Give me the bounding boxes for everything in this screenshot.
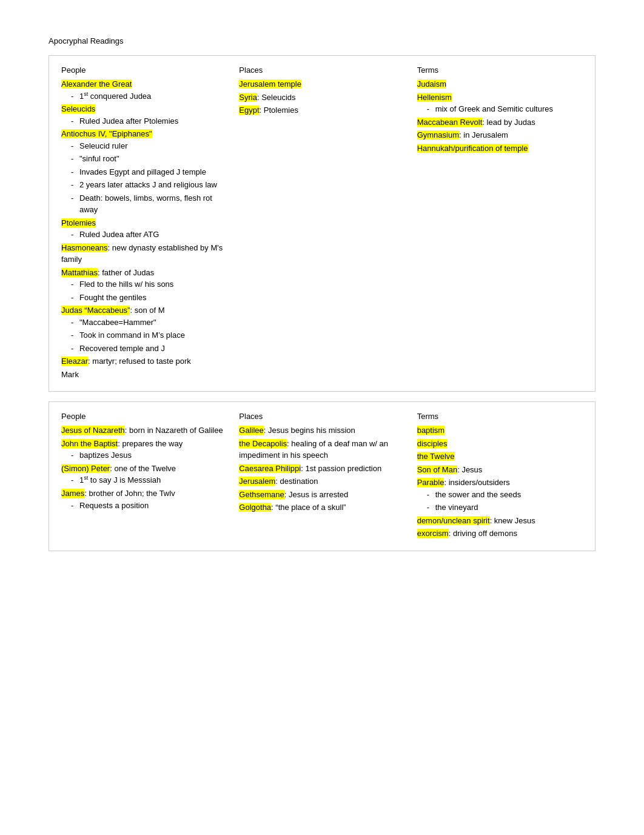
column-3: TermsJudaismHellenismmix of Greek and Se… [411, 62, 589, 385]
sub-list-item: 1st conquered Judea [71, 90, 227, 102]
list-item: Hellenismmix of Greek and Semitic cultur… [417, 92, 583, 115]
column-header: People [61, 412, 227, 421]
list-item: Syria: Seleucids [239, 92, 404, 104]
list-item: John the Baptist: prepares the waybaptiz… [61, 438, 227, 461]
sub-list-item: Fought the gentiles [71, 292, 227, 304]
column-2: PlacesJerusalem templeSyria: SeleucidsEg… [233, 62, 411, 385]
sub-list-item: "Maccabee=Hammer" [71, 317, 227, 329]
list-item: Maccabean Revolt: lead by Judas [417, 116, 583, 129]
section-2: PeopleJesus of Nazareth: born in Nazaret… [49, 401, 595, 551]
list-item: Judaism [417, 78, 583, 90]
sub-list-item: Took in command in M’s place [71, 329, 227, 341]
sub-list-item: mix of Greek and Semitic cultures [427, 103, 583, 115]
list-item: Judas “Maccabeus”: son of M"Maccabee=Ham… [61, 304, 227, 354]
list-item: Galilee: Jesus begins his mission [239, 424, 404, 437]
column-1: PeopleJesus of Nazareth: born in Nazaret… [55, 408, 233, 545]
list-item: Gymnasium: in Jerusalem [417, 129, 583, 141]
list-item: the Decapolis: healing of a deaf man w/ … [239, 438, 404, 461]
column-2: PlacesGalilee: Jesus begins his missiont… [233, 408, 411, 545]
section-1: PeopleAlexander the Great1st conquered J… [49, 55, 595, 392]
list-item: Golgotha: “the place of a skull” [239, 501, 404, 514]
list-item: exorcism: driving off demons [417, 528, 583, 540]
column-header: Places [239, 412, 404, 421]
sub-list-item: the vineyard [427, 501, 583, 514]
list-item: the Twelve [417, 451, 583, 463]
list-item: Antiochus IV, "Epiphanes"Seleucid ruler"… [61, 128, 227, 216]
list-item: Hannukah/purification of temple [417, 143, 583, 155]
list-item: Jesus of Nazareth: born in Nazareth of G… [61, 424, 227, 437]
column-header: Places [239, 65, 404, 75]
list-item: Eleazar: martyr; refused to taste pork [61, 355, 227, 367]
sub-list-item: Death: bowels, limbs, worms, flesh rot a… [71, 192, 227, 216]
list-item: James: brother of John; the TwlvRequests… [61, 488, 227, 511]
list-item: Egypt: Ptolemies [239, 104, 404, 116]
list-item: demon/unclean spirit: knew Jesus [417, 515, 583, 527]
list-item: (Simon) Peter: one of the Twelve1st to s… [61, 463, 227, 486]
column-header: Terms [417, 412, 583, 421]
sub-list-item: 2 years later attacks J and religious la… [71, 179, 227, 191]
list-item: Gethsemane: Jesus is arrested [239, 489, 404, 501]
sub-list-item: Invades Egypt and pillaged J temple [71, 166, 227, 178]
sub-list-item: Requests a position [71, 500, 227, 512]
sub-list-item: Fled to the hills w/ his sons [71, 278, 227, 290]
sub-list-item: "sinful root" [71, 153, 227, 165]
sub-list-item: Seleucid ruler [71, 140, 227, 152]
list-item: Caesarea Philippi: 1st passion predictio… [239, 463, 404, 475]
column-header: Terms [417, 65, 583, 75]
list-item: Alexander the Great1st conquered Judea [61, 78, 227, 102]
list-item: Hasmoneans: new dynasty established by M… [61, 242, 227, 266]
list-item: Jerusalem: destination [239, 475, 404, 488]
sub-list-item: Recovered temple and J [71, 343, 227, 355]
list-item: Son of Man: Jesus [417, 464, 583, 476]
column-header: People [61, 65, 227, 75]
sub-list-item: the sower and the seeds [427, 489, 583, 501]
list-item: SeleucidsRuled Judea after Ptolemies [61, 103, 227, 127]
column-1: PeopleAlexander the Great1st conquered J… [55, 62, 233, 385]
list-item: disciples [417, 438, 583, 450]
list-item: Mark [61, 369, 227, 381]
list-item: Parable: insiders/outsidersthe sower and… [417, 477, 583, 514]
sub-list-item: Ruled Judea after ATG [71, 229, 227, 241]
list-item: baptism [417, 424, 583, 437]
sub-list-item: Ruled Judea after Ptolemies [71, 115, 227, 127]
sub-list-item: 1st to say J is Messsiah [71, 474, 227, 486]
list-item: PtolemiesRuled Judea after ATG [61, 217, 227, 241]
sub-list-item: baptizes Jesus [71, 449, 227, 461]
list-item: Mattathias: father of JudasFled to the h… [61, 267, 227, 304]
page-title: Apocryphal Readings [49, 36, 595, 45]
list-item: Jerusalem temple [239, 78, 404, 90]
column-3: Termsbaptismdisciplesthe TwelveSon of Ma… [411, 408, 589, 545]
